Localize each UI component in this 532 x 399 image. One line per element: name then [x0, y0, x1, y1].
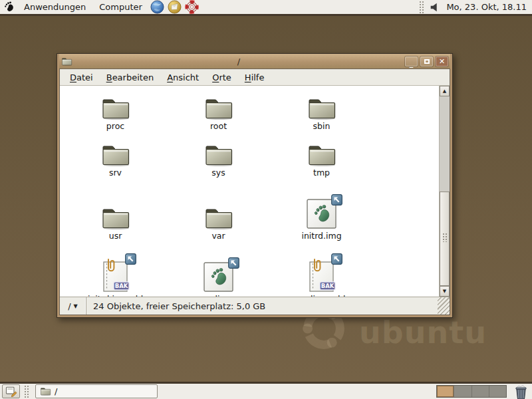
svg-text:BAK: BAK [321, 283, 334, 289]
scrollbar-thumb[interactable] [440, 192, 450, 287]
file-vmlinuz[interactable]: vmlinuz [167, 241, 270, 297]
show-desktop-button[interactable] [2, 384, 20, 398]
file-var[interactable]: var [167, 178, 270, 241]
workspace-4[interactable] [489, 386, 506, 397]
clock[interactable]: Mo, 23. Okt, 18.11 [444, 2, 532, 12]
statusbar: / ▼ 24 Objekte, freier Speicherplatz: 5,… [60, 297, 450, 315]
tasklist-drag-handle[interactable] [24, 385, 29, 398]
file-proc[interactable]: proc [64, 86, 167, 132]
file-sys[interactable]: sys [167, 132, 270, 178]
scrollbar-track[interactable] [440, 96, 450, 286]
status-text: 24 Objekte, freier Speicherplatz: 5,0 GB [86, 297, 438, 315]
file-label: initrd.img [301, 231, 341, 241]
scroll-down-button[interactable]: ▼ [440, 286, 450, 297]
svg-text:BAK: BAK [114, 283, 128, 289]
file-label: usr [109, 231, 122, 241]
menu-datei[interactable]: Datei [64, 70, 99, 84]
menu-bearbeiten[interactable]: Bearbeiten [100, 70, 160, 84]
file-sbin[interactable]: sbin [270, 86, 373, 132]
view-wrap: proc root sbin srv sys [60, 86, 450, 297]
folder-icon [203, 207, 234, 229]
taskbar-window-button[interactable]: / [35, 384, 158, 398]
trash-icon[interactable] [512, 384, 529, 399]
file-root[interactable]: root [167, 86, 270, 132]
file-initrd.img[interactable]: initrd.img [270, 178, 373, 241]
menu-orte[interactable]: Orte [206, 70, 237, 84]
close-button[interactable]: ✕ [436, 57, 448, 66]
workspace-3[interactable] [472, 386, 489, 397]
file-manager-window: / _ ✕ DateiBearbeitenAnsichtOrteHilfe pr… [57, 53, 453, 318]
icon-view[interactable]: proc root sbin srv sys [60, 86, 439, 297]
gnome-file-icon [203, 262, 234, 293]
file-label: tmp [313, 168, 330, 178]
menu-ansicht[interactable]: Ansicht [161, 70, 205, 84]
folder-icon [307, 144, 337, 166]
workspace-1[interactable] [437, 386, 454, 397]
file-label: sbin [313, 121, 331, 131]
file-usr[interactable]: usr [64, 178, 167, 241]
workspace-2[interactable] [454, 386, 471, 397]
menu-anwendungen[interactable]: Anwendungen [17, 0, 92, 15]
folder-icon [100, 144, 131, 166]
watermark-text: ubuntu [359, 317, 487, 348]
titlebar-folder-icon [61, 57, 72, 66]
folder-icon [40, 387, 51, 396]
symlink-emblem-icon [331, 253, 342, 265]
file-label: var [211, 231, 225, 241]
email-icon[interactable] [168, 0, 182, 15]
symlink-emblem-icon [228, 257, 239, 269]
file-label: vmlinuz [202, 294, 235, 297]
file-label: root [210, 121, 227, 131]
bottom-panel: / [0, 382, 532, 399]
symlink-emblem-icon [331, 194, 342, 205]
volume-icon[interactable] [428, 0, 442, 15]
web-browser-icon[interactable] [150, 0, 165, 15]
symlink-emblem-icon [125, 253, 136, 265]
titlebar[interactable]: / _ ✕ [59, 54, 450, 68]
file-label: vmlinuz.old [298, 294, 346, 297]
applet-drag-handle[interactable] [419, 1, 424, 14]
workspace-switcher[interactable] [436, 385, 507, 398]
vertical-scrollbar[interactable]: ▲ ▼ [439, 86, 450, 297]
file-label: initrd.img.old [88, 294, 143, 297]
folder-icon [100, 207, 131, 229]
file-vmlinuz.old[interactable]: BAK vmlinuz.old [270, 241, 373, 297]
folder-icon [100, 97, 131, 120]
top-panel: Anwendungen Computer Mo, 23. Okt, 18.11 [0, 0, 532, 16]
resize-grip[interactable] [438, 297, 450, 315]
folder-icon [203, 97, 234, 120]
file-label: srv [109, 168, 122, 178]
menubar: DateiBearbeitenAnsichtOrteHilfe [60, 69, 450, 86]
menu-computer[interactable]: Computer [92, 0, 149, 15]
backup-file-icon: BAK [307, 258, 337, 293]
maximize-button[interactable] [420, 57, 433, 66]
chevron-down-icon: ▼ [74, 303, 78, 309]
location-dropdown[interactable]: / ▼ [60, 297, 86, 315]
backup-file-icon: BAK [100, 258, 131, 293]
taskbar-window-label: / [55, 386, 57, 396]
gnome-foot-icon[interactable] [1, 0, 16, 15]
file-label: sys [211, 168, 225, 178]
gnome-file-icon [307, 199, 337, 229]
window-title: / [75, 57, 402, 66]
file-label: proc [106, 121, 124, 131]
location-label: / [68, 301, 70, 311]
file-initrd.img.old[interactable]: BAK initrd.img.old [64, 241, 167, 297]
menu-hilfe[interactable]: Hilfe [239, 70, 271, 84]
minimize-button[interactable]: _ [405, 57, 418, 66]
folder-icon [203, 144, 234, 166]
file-tmp[interactable]: tmp [270, 132, 373, 178]
scroll-up-button[interactable]: ▲ [440, 86, 450, 96]
file-srv[interactable]: srv [64, 132, 167, 178]
window-body: DateiBearbeitenAnsichtOrteHilfe proc roo… [59, 68, 450, 315]
help-icon[interactable] [185, 0, 200, 15]
folder-icon [307, 97, 337, 120]
